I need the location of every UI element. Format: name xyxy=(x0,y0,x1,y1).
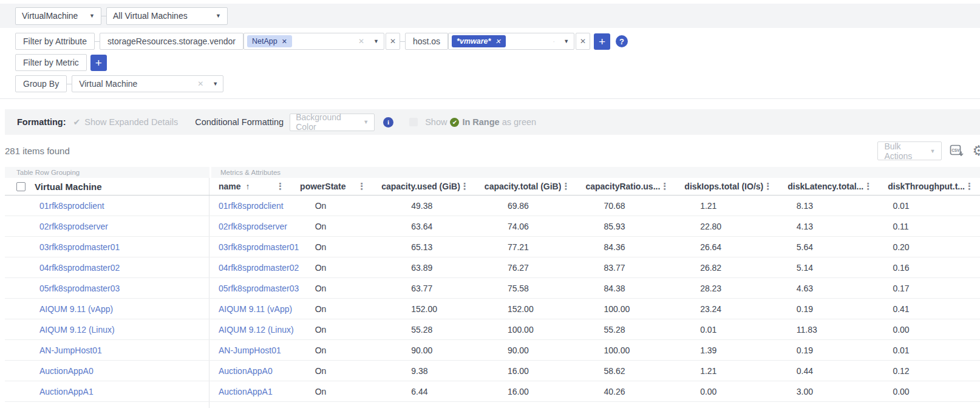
vm-group-link[interactable]: 02rfk8sprodserver xyxy=(39,222,108,231)
name-cell: 02rfk8sprodserver xyxy=(209,222,306,231)
object-type-value: VirtualMachine xyxy=(22,11,78,21)
group-header-metrics-attributes: Metrics & Attributes xyxy=(211,167,980,178)
vm-name-link[interactable]: AN-JumpHost01 xyxy=(219,345,281,355)
name-cell: 01rfk8sprodclient xyxy=(209,201,306,211)
attribute-value-input-vendor[interactable]: NetApp ✕ ✕ ▼ xyxy=(243,33,384,50)
capacity-used-cell: 49.38 xyxy=(402,201,499,211)
table-row: 03rfk8sprodmaster01 03rfk8sprodmaster01 … xyxy=(5,237,980,257)
group-by-dropdown[interactable]: Virtual Machine ✕ ▼ xyxy=(72,75,223,92)
check-icon[interactable]: ✔ xyxy=(73,117,81,127)
attribute-filter-row: Filter by Attribute storageResources.sto… xyxy=(15,33,980,50)
column-menu-icon[interactable]: ⋮ xyxy=(276,181,285,192)
disk-latency-cell: 0.19 xyxy=(788,304,884,314)
show-label: Show xyxy=(425,117,447,127)
add-metric-filter-button[interactable]: + xyxy=(90,55,107,71)
csv-export-icon[interactable]: CSV xyxy=(950,144,964,158)
saved-query-dropdown[interactable]: All Virtual Machines ▼ xyxy=(106,7,228,25)
clear-input-icon[interactable]: ✕ xyxy=(358,37,364,46)
group-by-button[interactable]: Group By xyxy=(15,75,67,92)
column-header-label: capacity.used (GiB) xyxy=(381,182,460,191)
bulk-actions-button[interactable]: Bulk Actions ▼ xyxy=(877,141,942,160)
column-menu-icon[interactable]: ⋮ xyxy=(460,181,469,192)
vm-name-link[interactable]: AuctionAppA1 xyxy=(219,387,273,396)
select-all-checkbox[interactable] xyxy=(16,182,26,191)
vm-group-link[interactable]: AuctionAppA0 xyxy=(39,366,94,376)
disk-iops-cell: 23.24 xyxy=(691,304,788,314)
disk-throughput-cell: 0.01 xyxy=(883,345,980,355)
column-header[interactable]: diskIops.total (IO/s) ⋮ xyxy=(675,178,778,195)
filter-by-attribute-button[interactable]: Filter by Attribute xyxy=(15,33,95,50)
column-menu-icon[interactable]: ⋮ xyxy=(660,181,669,192)
column-header[interactable]: diskThroughput.t... ⋮ xyxy=(879,178,980,195)
vm-group-link[interactable]: AuctionAppA1 xyxy=(39,387,94,396)
remove-tag-icon[interactable]: ✕ xyxy=(282,38,287,46)
vm-name-link[interactable]: AuctionAppA0 xyxy=(219,366,273,376)
vm-group-link[interactable]: 01rfk8sprodclient xyxy=(39,201,104,211)
column-header[interactable]: capacity.total (GiB) ⋮ xyxy=(475,178,577,195)
column-menu-icon[interactable]: ⋮ xyxy=(863,181,873,192)
add-attribute-filter-button[interactable]: + xyxy=(594,33,610,50)
filter-by-metric-button[interactable]: Filter by Metric xyxy=(15,54,87,71)
vm-group-link[interactable]: 03rfk8sprodmaster01 xyxy=(39,242,120,252)
attribute-value-input-host-os[interactable]: *vmware* ✕ · ▼ xyxy=(448,33,574,50)
remove-filter-button[interactable]: ✕ xyxy=(576,33,590,50)
chevron-down-icon[interactable]: ▼ xyxy=(563,38,569,44)
column-header[interactable]: powerState ⋮ xyxy=(291,178,372,195)
filter-tag-vmware[interactable]: *vmware* ✕ xyxy=(452,35,506,47)
column-header-label: diskLatency.total... xyxy=(788,182,863,191)
disk-iops-cell: 26.64 xyxy=(691,242,788,252)
vm-group-link[interactable]: AN-JumpHost01 xyxy=(39,345,102,355)
in-range-check-icon: ✔ xyxy=(450,118,459,127)
power-state-cell: On xyxy=(306,387,403,396)
clear-input-icon[interactable]: ✕ xyxy=(197,80,203,88)
info-icon[interactable]: i xyxy=(383,117,393,127)
svg-text:CSV: CSV xyxy=(952,148,961,152)
group-by-row: Group By Virtual Machine ✕ ▼ xyxy=(15,75,980,92)
capacity-ratio-cell: 84.38 xyxy=(595,284,692,293)
column-menu-icon[interactable]: ⋮ xyxy=(357,181,366,192)
vm-name-link[interactable]: AIQUM 9.12 (Linux) xyxy=(219,325,294,335)
column-menu-icon[interactable]: ⋮ xyxy=(965,181,974,192)
vm-group-link[interactable]: 05rfk8sprodmaster03 xyxy=(39,284,120,293)
column-header-label: diskIops.total (IO/s) xyxy=(684,182,763,191)
column-header[interactable]: name ↑ ⋮ xyxy=(209,178,291,195)
help-icon[interactable]: ? xyxy=(616,35,628,47)
vm-name-link[interactable]: 01rfk8sprodclient xyxy=(219,201,284,211)
disk-latency-cell: 8.13 xyxy=(788,201,884,211)
vm-name-link[interactable]: 05rfk8sprodmaster03 xyxy=(219,284,299,293)
vm-name-link[interactable]: 02rfk8sprodserver xyxy=(219,222,287,231)
vm-name-link[interactable]: 03rfk8sprodmaster01 xyxy=(219,242,299,252)
background-color-dropdown[interactable]: Background Color ▼ xyxy=(290,114,375,131)
object-type-dropdown[interactable]: VirtualMachine ▼ xyxy=(15,7,101,25)
column-menu-icon[interactable]: ⋮ xyxy=(763,181,772,192)
vm-group-link[interactable]: AIQUM 9.11 (vApp) xyxy=(39,304,113,314)
column-header[interactable]: capacityRatio.us... ⋮ xyxy=(576,178,675,195)
row-grouping-header-cell: Virtual Machine xyxy=(5,178,209,195)
remove-tag-icon[interactable]: ✕ xyxy=(495,38,500,46)
remove-filter-button[interactable]: ✕ xyxy=(386,33,400,50)
column-header-label: capacityRatio.us... xyxy=(585,182,660,191)
attribute-field-storage-vendor[interactable]: storageResources.storage.vendor xyxy=(100,33,243,50)
bulk-actions-label: Bulk Actions xyxy=(884,141,925,161)
column-menu-icon[interactable]: ⋮ xyxy=(561,181,570,192)
show-checkbox[interactable] xyxy=(409,118,418,126)
table-row: 01rfk8sprodclient 01rfk8sprodclient On 4… xyxy=(5,195,980,216)
show-expanded-details-toggle[interactable]: Show Expanded Details xyxy=(84,117,178,127)
column-header[interactable]: capacity.used (GiB) ⋮ xyxy=(372,178,475,195)
row-group-cell: AN-JumpHost01 xyxy=(5,340,209,360)
chevron-down-icon[interactable]: ▼ xyxy=(373,38,379,44)
vm-group-link[interactable]: 04rfk8sprodmaster02 xyxy=(39,263,120,273)
gear-icon[interactable]: ⚙ xyxy=(972,143,980,159)
chevron-down-icon[interactable]: ▼ xyxy=(213,81,218,87)
attribute-field-host-os[interactable]: host.os xyxy=(405,33,448,50)
power-state-cell: On xyxy=(306,242,403,252)
vm-name-link[interactable]: 04rfk8sprodmaster02 xyxy=(219,263,299,273)
column-header-label: diskThroughput.t... xyxy=(888,182,965,191)
column-header[interactable]: diskLatency.total... ⋮ xyxy=(778,178,879,195)
vm-name-link[interactable]: AIQUM 9.11 (vApp) xyxy=(219,304,292,314)
capacity-used-cell: 65.13 xyxy=(402,242,499,252)
name-cell: 05rfk8sprodmaster03 xyxy=(209,284,306,293)
filter-tag-label: *vmware* xyxy=(457,37,491,46)
filter-tag-netapp[interactable]: NetApp ✕ xyxy=(247,35,292,47)
vm-group-link[interactable]: AIQUM 9.12 (Linux) xyxy=(39,325,115,335)
